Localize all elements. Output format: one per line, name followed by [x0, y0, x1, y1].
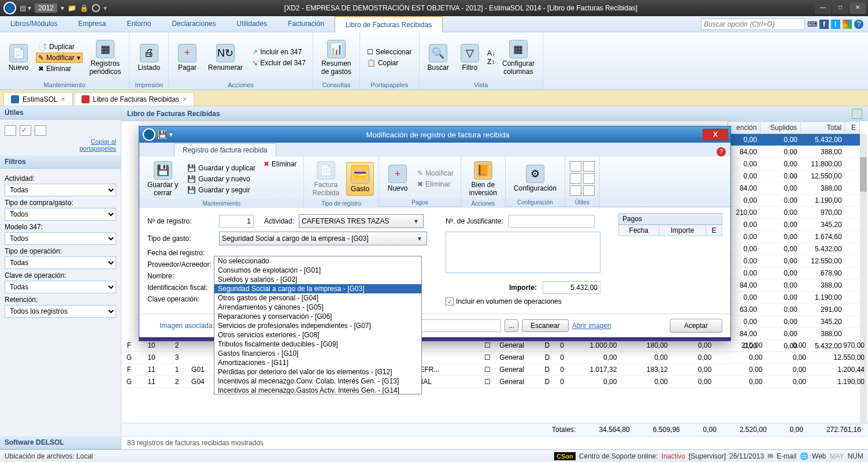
util-ic-5[interactable]: [570, 185, 581, 196]
invoice-grid[interactable]: enciónSuplidosTotalE 0,000,005.432,0084,…: [727, 121, 860, 352]
email-button[interactable]: E-mail: [777, 452, 796, 460]
util-ic-1[interactable]: [570, 161, 581, 172]
facebook-icon[interactable]: f: [819, 20, 829, 29]
table-row[interactable]: 0,000,00345,20: [728, 219, 860, 231]
modal-eliminar-button[interactable]: ✖Eliminar: [261, 159, 299, 169]
table-row[interactable]: 0,000,005.432,00: [728, 243, 860, 255]
descripcion-textarea[interactable]: [446, 232, 600, 273]
table-row[interactable]: 0,000,001.674,60: [728, 231, 860, 243]
menu-tab-4[interactable]: Utilidades: [226, 16, 277, 32]
close-tab-icon[interactable]: ×: [183, 95, 187, 103]
minimize-button[interactable]: —: [815, 2, 831, 14]
table-row[interactable]: 0,000,0012.550,00: [728, 170, 860, 182]
table-row[interactable]: 0,000,001.190,00: [728, 195, 860, 207]
dropdown-item[interactable]: Pérdidas por deterioro del valor de los …: [214, 367, 421, 377]
col-header[interactable]: Total: [801, 122, 845, 134]
escanear-button[interactable]: Escanear: [522, 319, 569, 332]
table-row[interactable]: 84,000,00388,00: [728, 280, 860, 292]
filter-select-4[interactable]: Todas: [5, 281, 116, 293]
resumen-gastos-button[interactable]: 📊Resumen de gastos: [318, 38, 355, 78]
incluir-347-button[interactable]: ↗Incluir en 347: [250, 47, 308, 57]
table-row[interactable]: 0,000,0012.550,00: [728, 255, 860, 267]
util-ic-4[interactable]: [583, 173, 595, 184]
search-input[interactable]: [701, 18, 805, 30]
dropdown-item[interactable]: Arrendamientos y cánones - [G05]: [214, 303, 421, 312]
dropdown-item[interactable]: Otros gastos de personal - [G04]: [214, 293, 421, 303]
pagos-table[interactable]: Fecha Importe E: [618, 225, 722, 236]
gasto-button[interactable]: 💳Gasto: [346, 162, 374, 196]
modal-help-icon[interactable]: ?: [717, 147, 726, 157]
doc-tab-1[interactable]: Libro de Facturas Recibidas×: [74, 92, 194, 106]
table-row[interactable]: 210,000,00970,00: [728, 207, 860, 219]
dropdown-item[interactable]: Gastos financieros - [G10]: [214, 349, 421, 358]
table-row[interactable]: 84,000,00388,00: [728, 146, 860, 158]
copiar-portapapeles-link[interactable]: Copiar al portapapeles: [5, 138, 116, 152]
menu-tab-2[interactable]: Entorno: [116, 16, 161, 32]
menu-tab-1[interactable]: Empresa: [68, 16, 116, 32]
sort-desc-icon[interactable]: Z↓: [487, 58, 495, 66]
dropdown-item[interactable]: Reparaciones y conservación - [G06]: [214, 312, 421, 321]
modal-save-icon[interactable]: 💾: [158, 130, 167, 139]
grid-icon[interactable]: [35, 125, 46, 136]
qat-document-icon[interactable]: ▤ ▾: [20, 4, 31, 12]
registros-periodicos-button[interactable]: ▦Registros periódicos: [86, 38, 125, 78]
util-ic-3[interactable]: [570, 173, 581, 184]
dropdown-item[interactable]: Tributos fiscalmente deducibles - [G09]: [214, 340, 421, 349]
checklist-icon[interactable]: ✓: [20, 125, 31, 136]
dropdown-item[interactable]: Otros servicios exteriores - [G08]: [214, 330, 421, 340]
dropdown-item[interactable]: Incentivos al mecenazgo.Gastos Activ. In…: [214, 386, 421, 394]
pago-eliminar-button[interactable]: ✖Eliminar: [415, 179, 456, 189]
importe-input[interactable]: [543, 281, 600, 294]
buscar-button[interactable]: 🔍Buscar: [424, 42, 452, 74]
pago-modificar-button[interactable]: ✎Modificar: [415, 168, 456, 178]
doc-tab-0[interactable]: EstimaSOL×: [3, 92, 73, 106]
dropdown-item[interactable]: Consumos de explotación - [G01]: [214, 266, 421, 275]
listado-button[interactable]: 🖨Listado: [134, 42, 164, 74]
modal-tab-registro[interactable]: Registro de factura recibida: [174, 143, 276, 157]
filter-select-1[interactable]: Todos: [5, 208, 116, 221]
seleccionar-button[interactable]: ☐Seleccionar: [365, 47, 414, 57]
configurar-columnas-button[interactable]: ▦Configurar columnas: [499, 38, 538, 78]
filter-select-5[interactable]: Todos los registros: [5, 305, 116, 318]
col-header[interactable]: E: [845, 122, 860, 134]
browse-button[interactable]: ...: [505, 319, 518, 332]
util-ic-2[interactable]: [583, 161, 595, 172]
keyboard-icon[interactable]: ⌨: [807, 20, 817, 28]
calendar-icon[interactable]: [5, 125, 16, 136]
dropdown-item[interactable]: Servicios de profesionales independiente…: [214, 321, 421, 330]
modal-close-button[interactable]: X: [703, 129, 728, 140]
dropdown-item[interactable]: Incentivos al mecenazgo.Conv. Colab. Int…: [214, 377, 421, 386]
col-header[interactable]: ención: [728, 122, 761, 134]
dropdown-item[interactable]: No seleccionado: [214, 256, 421, 266]
filtro-button[interactable]: ▽Filtro: [456, 42, 484, 74]
twitter-icon[interactable]: t: [831, 20, 840, 29]
filter-select-3[interactable]: Todas: [5, 256, 116, 269]
tipo-gasto-combo[interactable]: Seguridad Social a cargo de la empresa -…: [219, 232, 427, 245]
tipo-gasto-dropdown[interactable]: No seleccionadoConsumos de explotación -…: [214, 256, 422, 394]
n-registro-input[interactable]: [219, 215, 254, 228]
guardar-seguir-button[interactable]: 💾Guardar y seguir: [185, 185, 258, 195]
qat-folder-icon[interactable]: 📁: [68, 4, 76, 12]
table-row[interactable]: 0,000,0011.800,00: [728, 158, 860, 170]
table-row[interactable]: 0,000,001.190,00: [728, 292, 860, 304]
pagar-button[interactable]: +Pagar: [173, 42, 201, 74]
table-row[interactable]: 0,000,00345,20: [728, 316, 860, 328]
table-row[interactable]: 0,000,005.432,00: [728, 134, 860, 146]
sort-asc-icon[interactable]: A↓: [487, 49, 495, 57]
duplicar-button[interactable]: 📑Duplicar: [36, 42, 83, 52]
eliminar-button[interactable]: ✖Eliminar: [36, 64, 83, 74]
col-header[interactable]: Suplidos: [761, 122, 801, 134]
actividad-combo[interactable]: CAFETERIAS TRES TAZAS▾: [299, 214, 424, 228]
dropdown-item[interactable]: Sueldos y salarios - [G02]: [214, 275, 421, 284]
guardar-cerrar-button[interactable]: 💾Guardar y cerrar: [144, 159, 181, 199]
help-icon[interactable]: ?: [854, 20, 863, 29]
excluir-347-button[interactable]: ↘Excluir del 347: [250, 58, 308, 68]
aceptar-button[interactable]: Aceptar: [670, 319, 722, 333]
qat-lock-icon[interactable]: 🔒: [80, 4, 88, 12]
dropdown-item[interactable]: Seguridad Social a cargo de la empresa -…: [214, 284, 421, 293]
table-row[interactable]: 84,000,00388,00: [728, 328, 860, 340]
filter-select-0[interactable]: Todas: [5, 184, 116, 196]
guardar-nuevo-button[interactable]: 💾Guardar y nuevo: [185, 174, 258, 184]
web-button[interactable]: Web: [812, 452, 826, 460]
incluir-checkbox[interactable]: ✓: [446, 297, 454, 305]
